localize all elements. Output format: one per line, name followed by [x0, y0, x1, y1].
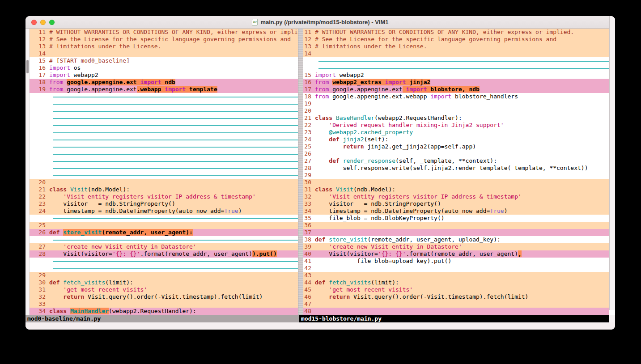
line-number: 44	[303, 279, 315, 286]
line-number	[30, 93, 49, 100]
line-number	[303, 64, 315, 72]
diff-filler-line	[30, 114, 298, 122]
code-line: 39 'create new Visit entity in Datastore…	[303, 243, 609, 250]
code-text: class Visit(ndb.Model):	[49, 186, 298, 193]
line-number: 19	[30, 86, 49, 93]
code-line: 13# limitations under the License.	[30, 43, 298, 50]
code-text	[315, 308, 609, 315]
code-line: 43	[303, 272, 609, 279]
diff-filler-line	[30, 143, 298, 150]
line-number: 27	[303, 157, 315, 165]
command-line[interactable]	[25, 322, 615, 330]
line-number	[30, 172, 49, 179]
code-line: 44def fetch_visits(limit):	[303, 279, 609, 286]
zoom-button[interactable]	[49, 20, 55, 25]
code-line: 20	[30, 179, 298, 186]
diff-pane-right[interactable]: 11# WITHOUT WARRANTIES OR CONDITIONS OF …	[303, 29, 609, 315]
code-line: 22 'Visit entity registers visitor IP ad…	[30, 193, 298, 200]
line-number: 16	[30, 64, 49, 72]
line-number: 14	[30, 50, 49, 57]
left-scrollbar[interactable]	[25, 29, 30, 315]
code-line: 14	[303, 50, 609, 57]
line-number: 15	[303, 72, 315, 79]
line-number: 20	[30, 179, 49, 186]
title-group: PY main.py (/private/tmp/mod15-blobstore…	[252, 19, 388, 25]
line-number: 23	[30, 200, 49, 207]
code-text: visitor = ndb.StringProperty()	[49, 200, 298, 207]
deleted-line-marker	[53, 132, 298, 133]
line-number: 25	[30, 222, 49, 229]
left-scrollbar-thumb[interactable]	[26, 60, 29, 73]
title-bar[interactable]: PY main.py (/private/tmp/mod15-blobstore…	[25, 16, 615, 29]
line-number: 41	[303, 258, 315, 265]
code-line: 29	[30, 272, 298, 279]
code-text	[315, 265, 609, 272]
line-number: 17	[303, 86, 315, 93]
line-number: 29	[30, 272, 49, 279]
code-text: # limitations under the License.	[315, 43, 609, 50]
code-text: # limitations under the License.	[49, 43, 298, 50]
code-line: 11# WITHOUT WARRANTIES OR CONDITIONS OF …	[30, 29, 298, 36]
line-number: 14	[303, 50, 315, 57]
code-text: from google.appengine.ext.webapp import …	[315, 93, 609, 100]
code-text: Visit(visitor='{}: {}'.format(remote_add…	[315, 250, 609, 258]
deleted-line-marker	[53, 140, 298, 140]
diff-filler-line	[30, 136, 298, 143]
diff-filler-line	[30, 172, 298, 179]
code-text: # WITHOUT WARRANTIES OR CONDITIONS OF AN…	[49, 29, 298, 36]
code-line: 15# [START mod0_baseline]	[30, 57, 298, 64]
code-text: class MainHandler(webapp2.RequestHandler…	[49, 308, 298, 315]
code-text: 'create new Visit entity in Datastore'	[49, 243, 298, 250]
code-line: 35 file_blob = ndb.BlobKeyProperty()	[303, 215, 609, 222]
line-number: 21	[303, 114, 315, 122]
deleted-line-marker	[53, 125, 298, 126]
diff-filler-line	[30, 236, 298, 243]
diff-pane-left[interactable]: 11# WITHOUT WARRANTIES OR CONDITIONS OF …	[30, 29, 298, 315]
minimize-button[interactable]	[40, 20, 46, 25]
code-text	[315, 272, 609, 279]
code-line: 20	[303, 107, 609, 114]
code-line: 24 timestamp = ndb.DateTimeProperty(auto…	[30, 207, 298, 215]
line-number: 22	[303, 122, 315, 129]
file-icon: PY	[252, 19, 258, 25]
line-number	[30, 122, 49, 129]
code-line: 33 visitor = ndb.StringProperty()	[303, 200, 609, 207]
deleted-line-marker	[53, 118, 298, 119]
statusline-active: mod15-blobstore/main.py	[299, 315, 609, 322]
line-number	[30, 136, 49, 143]
line-number: 40	[303, 250, 315, 258]
code-line: 46 return Visit.query().order(-Visit.tim…	[303, 293, 609, 301]
deleted-line-marker	[53, 154, 298, 155]
code-line: 18from google.appengine.ext import ndb	[30, 79, 298, 86]
code-text	[315, 172, 609, 179]
code-text	[315, 301, 609, 308]
line-number: 11	[30, 29, 49, 36]
line-number: 30	[303, 179, 315, 186]
code-text: # WITHOUT WARRANTIES OR CONDITIONS OF AN…	[315, 29, 609, 36]
line-number: 43	[303, 272, 315, 279]
code-line: 16import os	[30, 64, 298, 72]
code-line: 15import webapp2	[303, 72, 609, 79]
code-text: visitor = ndb.StringProperty()	[315, 200, 609, 207]
code-text: def fetch_visits(limit):	[49, 279, 298, 286]
diff-filler-line	[30, 165, 298, 172]
code-line: 42	[303, 265, 609, 272]
close-button[interactable]	[31, 20, 37, 25]
line-number: 47	[303, 301, 315, 308]
right-scrollbar[interactable]	[609, 16, 615, 310]
code-text: import webapp2	[315, 72, 609, 79]
line-number	[30, 265, 49, 272]
line-number: 18	[30, 79, 49, 86]
line-number: 35	[303, 215, 315, 222]
line-number: 23	[303, 129, 315, 136]
split-divider[interactable]	[298, 29, 303, 315]
code-text: from google.appengine.ext.webapp import …	[49, 86, 298, 93]
code-line: 41 file_blob=upload_key).put()	[303, 258, 609, 265]
code-text: self.response.write(self.jinja2.render_t…	[315, 165, 609, 172]
line-number: 28	[30, 250, 49, 258]
diff-filler-line	[30, 122, 298, 129]
code-line: 19	[303, 100, 609, 107]
code-line: 31class Visit(ndb.Model):	[303, 186, 609, 193]
line-number: 17	[30, 72, 49, 79]
deleted-line-marker	[53, 168, 298, 169]
